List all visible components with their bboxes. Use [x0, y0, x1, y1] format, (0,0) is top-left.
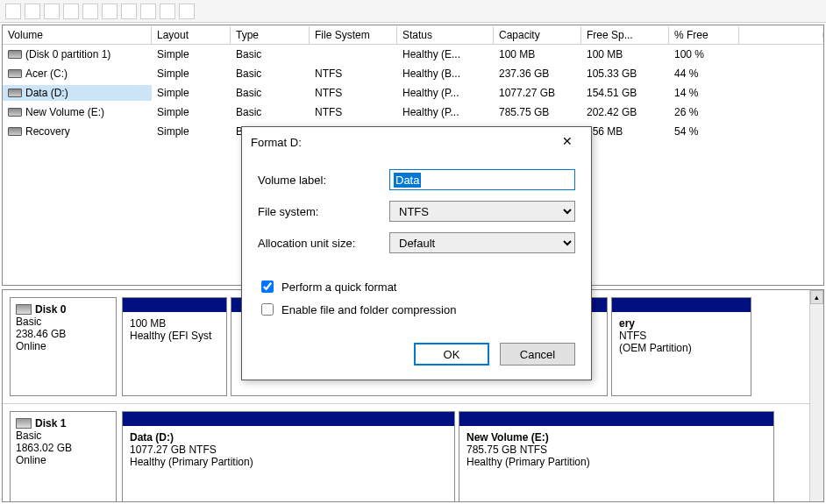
table-cell: Basic [231, 46, 310, 62]
column-pctfree[interactable]: % Free [669, 26, 739, 44]
table-cell: 202.42 GB [581, 104, 669, 120]
toolbar-button[interactable] [121, 4, 137, 19]
partition-stripe [123, 298, 226, 312]
partition-body: eryNTFS(OEM Partition) [612, 312, 751, 395]
toolbar-button[interactable] [5, 4, 21, 19]
table-cell: 785.75 GB [494, 104, 581, 120]
table-cell [739, 91, 823, 95]
table-cell: (Disk 0 partition 1) [3, 46, 152, 62]
table-cell: Healthy (B... [397, 66, 494, 82]
table-cell: Data (D:) [3, 85, 152, 101]
partition-title: Data (D:) [130, 431, 447, 444]
partition[interactable]: 100 MBHealthy (EFI Syst [122, 297, 227, 396]
quick-format-check[interactable]: Perform a quick format [258, 278, 575, 295]
dialog-titlebar: Format D: ✕ [242, 127, 591, 157]
dialog-title-text: Format D: [251, 136, 302, 149]
quick-format-label: Perform a quick format [281, 280, 397, 294]
partition[interactable]: Data (D:)1077.27 GB NTFSHealthy (Primary… [122, 411, 455, 502]
ok-button[interactable]: OK [414, 343, 489, 366]
disk-size: 1863.02 GB [16, 442, 110, 454]
table-row[interactable]: (Disk 0 partition 1)SimpleBasicHealthy (… [3, 45, 823, 64]
drive-icon [16, 304, 32, 315]
column-status[interactable]: Status [397, 26, 494, 44]
format-dialog: Format D: ✕ Volume label: Data File syst… [241, 126, 592, 380]
compression-check[interactable]: Enable file and folder compression [258, 301, 575, 318]
compression-label: Enable file and folder compression [281, 303, 456, 316]
toolbar-button[interactable] [102, 4, 117, 19]
volume-icon [8, 127, 22, 136]
toolbar-button[interactable] [82, 4, 98, 19]
partition-size: NTFS [619, 330, 744, 342]
column-layout[interactable]: Layout [152, 26, 231, 44]
toolbar-button[interactable] [25, 4, 40, 19]
partition-status: Healthy (Primary Partition) [466, 456, 766, 468]
partition-size: 100 MB [130, 317, 219, 330]
vertical-scrollbar[interactable]: ▴ [809, 290, 823, 501]
volume-label-label: Volume label: [258, 174, 389, 187]
partition-size: 1077.27 GB NTFS [130, 444, 447, 456]
partition-container: Data (D:)1077.27 GB NTFSHealthy (Primary… [122, 411, 816, 502]
table-row[interactable]: Acer (C:)SimpleBasicNTFSHealthy (B...237… [3, 64, 823, 83]
column-type[interactable]: Type [231, 26, 310, 44]
compression-checkbox[interactable] [261, 303, 274, 316]
partition-stripe [459, 412, 773, 426]
toolbar-button[interactable] [140, 4, 156, 19]
disk-state: Online [16, 340, 110, 352]
scroll-up-icon[interactable]: ▴ [810, 290, 823, 304]
toolbar-button[interactable] [179, 4, 195, 19]
partition-title: ery [619, 317, 744, 330]
table-cell: Simple [152, 66, 231, 82]
table-cell: 26 % [669, 104, 739, 120]
close-icon[interactable]: ✕ [552, 132, 582, 152]
table-cell: 14 % [669, 85, 739, 101]
disk-name: Disk 1 [16, 417, 110, 429]
volume-label-input[interactable]: Data [389, 169, 575, 190]
toolbar-button[interactable] [63, 4, 79, 19]
table-cell: NTFS [310, 66, 397, 82]
table-cell: Basic [231, 85, 310, 101]
table-cell [310, 53, 397, 56]
volume-icon [8, 108, 22, 117]
table-cell: 1077.27 GB [494, 85, 581, 101]
partition-body: 100 MBHealthy (EFI Syst [123, 312, 226, 395]
column-blank [739, 32, 823, 38]
partition[interactable]: eryNTFS(OEM Partition) [611, 297, 751, 396]
cancel-button[interactable]: Cancel [500, 343, 575, 366]
table-cell: Simple [152, 85, 231, 101]
quick-format-checkbox[interactable] [261, 280, 274, 293]
table-cell: Basic [231, 104, 310, 120]
column-capacity[interactable]: Capacity [494, 26, 581, 44]
table-cell: NTFS [310, 85, 397, 101]
partition-stripe [123, 412, 454, 426]
table-row[interactable]: Data (D:)SimpleBasicNTFSHealthy (P...107… [3, 83, 823, 103]
disk-state: Online [16, 454, 110, 466]
column-volume[interactable]: Volume [3, 26, 152, 44]
partition-status: Healthy (EFI Syst [130, 330, 219, 342]
column-filesystem[interactable]: File System [310, 26, 397, 44]
partition-status: Healthy (Primary Partition) [130, 456, 447, 468]
partition-title: New Volume (E:) [466, 431, 766, 444]
table-cell: Healthy (E... [397, 46, 494, 62]
toolbar-button[interactable] [44, 4, 60, 19]
disk-type: Basic [16, 316, 110, 328]
volume-header-row: Volume Layout Type File System Status Ca… [3, 25, 823, 45]
partition-size: 785.75 GB NTFS [466, 444, 766, 456]
file-system-select[interactable]: NTFS [389, 201, 575, 222]
table-cell: Basic [231, 66, 310, 82]
column-freespace[interactable]: Free Sp... [581, 26, 669, 44]
table-cell: Simple [152, 46, 231, 62]
allocation-select[interactable]: Default [389, 232, 575, 253]
table-cell: Simple [152, 124, 231, 139]
disk-info[interactable]: Disk 1Basic1863.02 GBOnline [10, 411, 117, 502]
table-cell: 44 % [669, 66, 739, 82]
table-row[interactable]: New Volume (E:)SimpleBasicNTFSHealthy (P… [3, 103, 823, 122]
table-cell: Healthy (P... [397, 85, 494, 101]
table-cell [739, 130, 823, 133]
table-cell [739, 53, 823, 56]
toolbar-button[interactable] [160, 4, 175, 19]
allocation-label: Allocation unit size: [258, 237, 389, 250]
partition[interactable]: New Volume (E:)785.75 GB NTFSHealthy (Pr… [459, 411, 774, 502]
disk-info[interactable]: Disk 0Basic238.46 GBOnline [10, 297, 117, 396]
table-cell: 100 % [669, 46, 739, 62]
table-cell: 100 MB [581, 46, 669, 62]
